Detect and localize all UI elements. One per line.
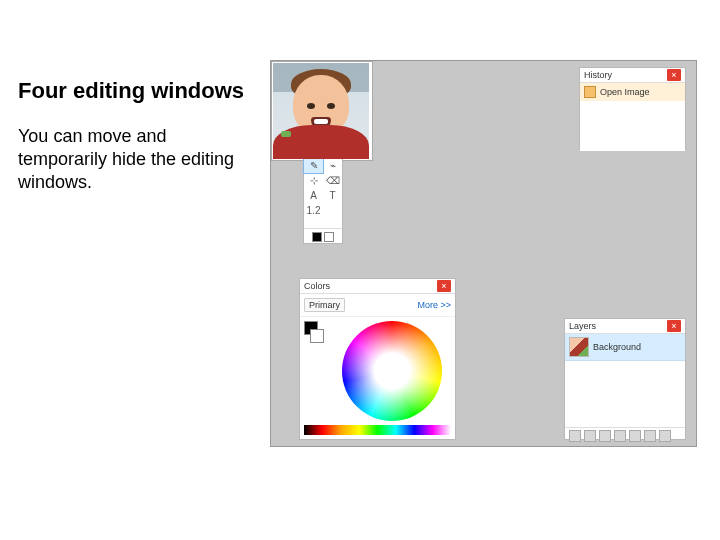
layers-footer [565,427,685,444]
colors-toolbar: Primary More >> [300,294,455,317]
close-icon[interactable]: × [667,69,681,81]
color-wheel[interactable] [342,321,442,421]
eraser-tool-icon[interactable]: ⌫ [323,173,342,188]
layers-titlebar[interactable]: Layers × [565,319,685,334]
layers-window[interactable]: Layers × Background [564,318,686,440]
more-button[interactable]: More >> [417,300,451,310]
background-swatch[interactable] [324,232,334,242]
shapes-tool-icon[interactable]: T [323,188,342,203]
add-layer-icon[interactable] [569,430,581,442]
colors-titlebar[interactable]: Colors × [300,279,455,294]
colors-window[interactable]: Colors × Primary More >> [299,278,456,440]
close-icon[interactable]: × [667,320,681,332]
foreground-swatch[interactable] [312,232,322,242]
history-body [580,101,685,151]
layer-row[interactable]: Background [565,334,685,361]
pencil-tool-icon[interactable]: ✎ [304,158,323,173]
clone-stamp-tool-icon[interactable]: ⊹ [304,173,323,188]
color-mode-dropdown[interactable]: Primary [304,298,345,312]
slide-text: Four editing windows You can move and te… [18,78,248,194]
empty-tool-slot [323,203,342,218]
merge-layer-icon[interactable] [614,430,626,442]
layers-title: Layers [569,319,596,333]
layer-thumbnail [569,337,589,357]
layer-name: Background [593,342,641,352]
history-titlebar[interactable]: History × [580,68,685,83]
image-canvas[interactable] [273,63,369,159]
tools-color-swatches[interactable] [304,228,342,245]
history-entry-label: Open Image [600,87,650,97]
background-swatch[interactable] [310,329,324,343]
open-image-icon [584,86,596,98]
line-tool-icon[interactable]: 1.2 [304,203,323,218]
slide-body: You can move and temporarily hide the ed… [18,125,248,194]
move-down-icon[interactable] [644,430,656,442]
editor-canvas-area: T… × ▭ ➶ ⬚ ✦ ◌ ✥ ⬍ ⤢ 🪣 ⇆ ✎ ⌁ ⊹ ⌫ A T 1.2 [270,60,697,447]
color-ramp[interactable] [304,425,451,435]
layers-body [565,361,685,427]
brush-tool-icon[interactable]: ⌁ [323,158,342,173]
colors-title: Colors [304,279,330,293]
active-color-swatches[interactable] [300,317,328,343]
slide-heading: Four editing windows [18,78,248,103]
image-window[interactable] [271,61,373,161]
slide: Four editing windows You can move and te… [0,0,720,540]
delete-layer-icon[interactable] [584,430,596,442]
duplicate-layer-icon[interactable] [599,430,611,442]
history-entry[interactable]: Open Image [580,83,685,101]
close-icon[interactable]: × [437,280,451,292]
history-window[interactable]: History × Open Image [579,67,686,149]
properties-icon[interactable] [659,430,671,442]
text-tool-icon[interactable]: A [304,188,323,203]
move-up-icon[interactable] [629,430,641,442]
history-title: History [584,68,612,82]
